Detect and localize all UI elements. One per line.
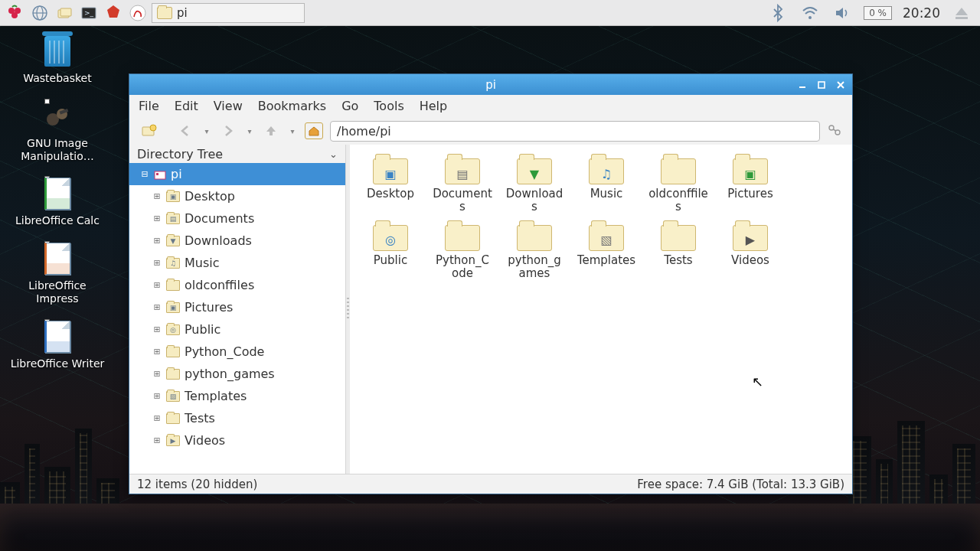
file-manager-icon[interactable] (54, 2, 75, 24)
tree-item-desktop[interactable]: ⊞▣Desktop (129, 185, 345, 207)
tree-item-public[interactable]: ⊞◎Public (129, 318, 345, 341)
folder-icon: ▧ (589, 225, 624, 251)
expand-icon[interactable]: ⊞ (152, 258, 162, 268)
menu-view[interactable]: View (214, 99, 243, 113)
tree-item-documents[interactable]: ⊞▤Documents (129, 207, 345, 230)
menu-bookmarks[interactable]: Bookmarks (258, 99, 326, 113)
back-history-dropdown[interactable]: ▾ (201, 127, 212, 135)
expand-icon[interactable]: ⊞ (152, 413, 162, 423)
collapse-icon[interactable]: ⊟ (140, 169, 149, 179)
folder-item-templates[interactable]: ▧Templates (577, 219, 636, 281)
back-button[interactable] (174, 120, 197, 142)
folder-item-music[interactable]: ♫Music (577, 152, 636, 214)
folder-item-tests[interactable]: Tests (648, 219, 708, 281)
folder-item-documents[interactable]: ▤Documents (433, 152, 492, 214)
terminal-icon[interactable]: >_ (78, 2, 100, 24)
expand-icon[interactable]: ⊞ (152, 369, 162, 379)
volume-icon[interactable] (831, 2, 853, 24)
tree-item-python_code[interactable]: ⊞Python_Code (129, 341, 345, 363)
svg-marker-13 (956, 8, 968, 15)
desktop-icon-lo-calc[interactable]: LibreOffice Calc (8, 176, 107, 227)
folder-item-python_games[interactable]: python_games (505, 219, 564, 281)
start-menu-icon[interactable] (5, 2, 26, 24)
tree-item-templates[interactable]: ⊞▧Templates (129, 385, 345, 407)
clock[interactable]: 20:20 (903, 5, 940, 21)
folder-item-downloads[interactable]: ▼Downloads (505, 152, 564, 214)
desktop-icon-gimp[interactable]: GNU Image Manipulatio… (8, 99, 107, 163)
menu-go[interactable]: Go (341, 99, 358, 113)
tree-item-music[interactable]: ⊞♫Music (129, 252, 345, 274)
tree-item-label: Tests (185, 411, 215, 425)
menu-help[interactable]: Help (420, 99, 447, 113)
tree-item-downloads[interactable]: ⊞▼Downloads (129, 230, 345, 252)
menu-tools[interactable]: Tools (374, 99, 403, 113)
taskbar-window-label: pi (177, 6, 188, 20)
menu-edit[interactable]: Edit (175, 99, 198, 113)
icon-view[interactable]: ▣Desktop▤Documents▼Downloads♫Musicoldcon… (350, 145, 852, 474)
cpu-usage[interactable]: 0 % (864, 6, 892, 20)
svg-point-23 (150, 125, 156, 131)
minimize-button[interactable] (794, 77, 811, 92)
tree-item-pi[interactable]: ⊟pi (129, 163, 345, 185)
expand-icon[interactable]: ⊞ (152, 214, 162, 223)
web-browser-icon[interactable] (29, 2, 51, 24)
bluetooth-icon[interactable] (767, 2, 789, 24)
tree-item-pictures[interactable]: ⊞▣Pictures (129, 296, 345, 318)
folder-icon: ▣ (373, 158, 408, 184)
wolfram-icon[interactable] (127, 2, 149, 24)
folder-item-desktop[interactable]: ▣Desktop (361, 152, 420, 214)
folder-icon (661, 225, 696, 251)
up-history-dropdown[interactable]: ▾ (287, 127, 298, 135)
folder-item-label: Videos (731, 254, 769, 267)
folder-item-oldconffiles[interactable]: oldconffiles (648, 152, 708, 214)
tree-item-videos[interactable]: ⊞▶Videos (129, 429, 345, 452)
forward-button[interactable] (217, 120, 240, 142)
folder-item-label: oldconffiles (648, 187, 708, 214)
svg-point-2 (11, 12, 18, 18)
expand-icon[interactable]: ⊞ (152, 391, 162, 401)
path-input[interactable] (330, 121, 820, 142)
expand-icon[interactable]: ⊞ (152, 324, 162, 334)
expand-icon[interactable]: ⊞ (152, 280, 162, 290)
folder-item-videos[interactable]: ▶Videos (720, 219, 780, 281)
path-actions-button[interactable] (825, 120, 844, 142)
sidebar: Directory Tree ⌄ ⊟pi⊞▣Desktop⊞▤Documents… (129, 145, 346, 474)
expand-icon[interactable]: ⊞ (152, 347, 162, 357)
desktop-icon-lo-writer[interactable]: LibreOffice Writer (8, 319, 107, 370)
new-tab-button[interactable] (137, 120, 160, 142)
status-items: 12 items (20 hidden) (137, 478, 257, 491)
tree-item-label: Pictures (185, 300, 233, 315)
tree-item-tests[interactable]: ⊞Tests (129, 407, 345, 429)
folder-item-public[interactable]: ◎Public (361, 219, 420, 281)
maximize-button[interactable] (813, 77, 830, 92)
close-button[interactable] (832, 77, 849, 92)
desktop-icon-lo-impress[interactable]: LibreOffice Impress (8, 241, 107, 305)
wifi-icon[interactable] (799, 2, 821, 24)
tree-item-oldconffiles[interactable]: ⊞oldconffiles (129, 274, 345, 296)
mathematica-icon[interactable] (103, 2, 124, 24)
tree-item-python_games[interactable]: ⊞python_games (129, 363, 345, 385)
taskbar-window-button[interactable]: pi (152, 3, 305, 23)
expand-icon[interactable]: ⊞ (152, 302, 162, 312)
up-button[interactable] (260, 120, 283, 142)
directory-tree-header[interactable]: Directory Tree ⌄ (129, 145, 345, 163)
folder-item-label: Pictures (727, 187, 773, 201)
expand-icon[interactable]: ⊞ (152, 236, 162, 246)
folder-icon: ▣ (166, 302, 180, 313)
folder-icon (166, 369, 180, 380)
menu-file[interactable]: File (139, 99, 159, 113)
eject-icon[interactable] (951, 2, 972, 24)
folder-item-python_code[interactable]: Python_Code (433, 219, 492, 281)
status-free-space: Free space: 7.4 GiB (Total: 13.3 GiB) (637, 478, 844, 491)
folder-icon: ▧ (166, 391, 180, 402)
expand-icon[interactable]: ⊞ (152, 191, 162, 201)
desktop-icon-wastebasket[interactable]: Wastebasket (8, 34, 107, 85)
home-button[interactable] (302, 120, 325, 142)
folder-item-pictures[interactable]: ▣Pictures (720, 152, 780, 214)
expand-icon[interactable]: ⊞ (152, 435, 162, 445)
home-folder-icon (154, 169, 166, 180)
forward-history-dropdown[interactable]: ▾ (244, 127, 255, 135)
titlebar[interactable]: pi (129, 74, 852, 95)
folder-icon: ♫ (589, 158, 624, 184)
pane-splitter[interactable] (346, 145, 350, 474)
